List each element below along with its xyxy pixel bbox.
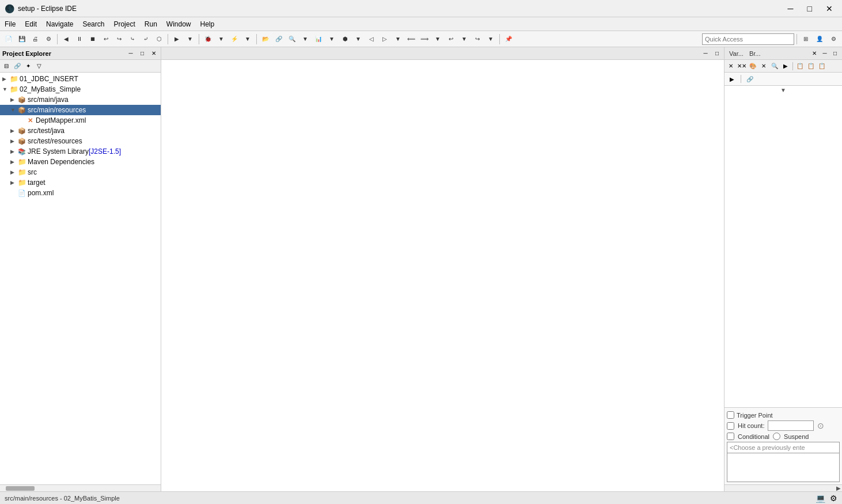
toolbar-btn-26[interactable]: ⟸: [405, 33, 418, 46]
tree-item-jre[interactable]: ▶ 📚 JRE System Library [J2SE-1.5]: [0, 146, 161, 157]
rp-expand-btn[interactable]: ▶: [727, 74, 737, 84]
rp-remove-all-btn[interactable]: ✕✕: [737, 61, 747, 71]
tree-label-src: src: [28, 168, 37, 176]
pe-maximize-btn[interactable]: □: [138, 49, 147, 58]
rp-run-btn[interactable]: ▶: [780, 61, 791, 71]
toolbar-btn-10[interactable]: ⤶: [139, 33, 152, 46]
hit-count-checkbox[interactable]: [727, 422, 734, 430]
tree-item-01-jdbc[interactable]: ▶ 📁 01_JDBC_INSERT: [0, 74, 161, 84]
toolbar-btn-13[interactable]: ▼: [215, 33, 227, 46]
toolbar-btn-3[interactable]: ⚙: [42, 33, 55, 46]
hit-count-input[interactable]: [768, 420, 814, 431]
maximize-button[interactable]: □: [803, 3, 817, 14]
rp-maximize-btn[interactable]: □: [830, 49, 840, 58]
toolbar-btn-14[interactable]: ⚡: [228, 33, 241, 46]
toolbar-new-btn[interactable]: 📄: [2, 33, 15, 46]
conditional-label: Conditional: [738, 433, 769, 440]
menu-run[interactable]: Run: [140, 17, 162, 31]
toolbar-pin-btn[interactable]: 📌: [502, 33, 515, 46]
toolbar-btn-24[interactable]: ▷: [378, 33, 391, 46]
toolbar-btn-28[interactable]: ▼: [431, 33, 444, 46]
editor-maximize-btn[interactable]: □: [712, 49, 722, 58]
toolbar-back-btn[interactable]: ↩: [445, 33, 457, 46]
close-button[interactable]: ✕: [821, 3, 837, 14]
tree-item-src-main-resources[interactable]: ▼ 📦 src/main/resources: [0, 105, 161, 115]
tree-item-deptmapper[interactable]: ✕ DeptMapper.xml: [0, 115, 161, 126]
tree-item-02-mybatis[interactable]: ▼ 📁 02_MyBatis_Simple: [0, 84, 161, 94]
toolbar-btn-22[interactable]: ▼: [352, 33, 365, 46]
rp-remove-btn[interactable]: ✕: [726, 61, 736, 71]
pe-collapse-btn[interactable]: ⊟: [1, 61, 12, 71]
rp-search-btn[interactable]: 🔍: [769, 61, 780, 71]
toolbar-person-btn[interactable]: 👤: [813, 33, 826, 46]
rp-paste-btn[interactable]: 📋: [806, 61, 816, 71]
pe-minimize-btn[interactable]: ─: [126, 49, 135, 58]
toolbar-btn-1[interactable]: 💾: [16, 33, 28, 46]
toolbar-btn-19[interactable]: 📊: [312, 33, 325, 46]
toolbar-btn-20[interactable]: ▼: [325, 33, 338, 46]
menu-window[interactable]: Window: [162, 17, 196, 31]
toolbar-btn-7[interactable]: ↩: [100, 33, 112, 46]
toolbar-btn-6[interactable]: ⏹: [86, 33, 99, 46]
toolbar-open-btn[interactable]: 📂: [259, 33, 272, 46]
tab-breakpoints[interactable]: Br...: [747, 50, 763, 57]
tree-item-maven-deps[interactable]: ▶ 📁 Maven Dependencies: [0, 157, 161, 167]
rp-minimize-btn[interactable]: ─: [820, 49, 829, 58]
tree-item-src-test-java[interactable]: ▶ 📦 src/test/java: [0, 126, 161, 136]
toolbar-btn-27[interactable]: ⟹: [418, 33, 431, 46]
toolbar-settings-btn[interactable]: ⚙: [827, 33, 840, 46]
toolbar-btn-29[interactable]: ▼: [458, 33, 471, 46]
toolbar-btn-16[interactable]: 🔗: [272, 33, 285, 46]
tree-item-target[interactable]: ▶ 📁 target: [0, 177, 161, 188]
menu-navigate[interactable]: Navigate: [41, 17, 78, 31]
minimize-button[interactable]: ─: [783, 3, 798, 14]
toolbar-perspective-btn[interactable]: ⊞: [799, 33, 812, 46]
rp-goto-btn[interactable]: ✕: [758, 61, 769, 71]
rp-import-btn[interactable]: 📋: [817, 61, 827, 71]
rp-scroll-right[interactable]: ▶: [725, 484, 842, 491]
previously-entered-dropdown[interactable]: <Choose a previously ente: [727, 442, 840, 453]
toolbar-run-arrow[interactable]: ▼: [184, 33, 196, 46]
toolbar-btn-17[interactable]: 🔍: [286, 33, 298, 46]
rp-attach-btn[interactable]: 🔗: [745, 74, 755, 84]
toolbar-btn-8[interactable]: ↪: [113, 33, 126, 46]
tree-item-src-main-java[interactable]: ▶ 📦 src/main/java: [0, 94, 161, 105]
rp-close-tab-btn[interactable]: ✕: [810, 49, 819, 58]
tree-item-pom[interactable]: 📄 pom.xml: [0, 188, 161, 198]
toolbar-fwd-btn[interactable]: ↪: [471, 33, 484, 46]
toolbar-btn-15[interactable]: ▼: [241, 33, 254, 46]
toolbar-btn-5[interactable]: ⏸: [73, 33, 86, 46]
tree-item-src[interactable]: ▶ 📁 src: [0, 167, 161, 177]
menu-edit[interactable]: Edit: [20, 17, 41, 31]
toolbar-btn-23[interactable]: ◁: [365, 33, 378, 46]
menu-file[interactable]: File: [0, 17, 20, 31]
pe-close-btn[interactable]: ✕: [149, 49, 158, 58]
suspend-radio[interactable]: [773, 433, 780, 440]
pe-link-btn[interactable]: 🔗: [12, 61, 22, 71]
rp-show-btn[interactable]: 🎨: [748, 61, 758, 71]
tree-item-src-test-resources[interactable]: ▶ 📦 src/test/resources: [0, 136, 161, 146]
tab-variables[interactable]: Var...: [727, 50, 746, 57]
conditional-checkbox[interactable]: [727, 433, 734, 440]
pe-scroll-thumb[interactable]: [6, 486, 35, 491]
toolbar-btn-12[interactable]: 🐞: [202, 33, 214, 46]
toolbar-btn-11[interactable]: ⬡: [153, 33, 165, 46]
menu-help[interactable]: Help: [196, 17, 219, 31]
toolbar-btn-4[interactable]: ◀: [60, 33, 73, 46]
rp-copy-btn[interactable]: 📋: [795, 61, 805, 71]
toolbar-btn-30[interactable]: ▼: [484, 33, 497, 46]
toolbar-btn-25[interactable]: ▼: [392, 33, 404, 46]
pe-menu-btn[interactable]: ▽: [34, 61, 44, 71]
editor-minimize-btn[interactable]: ─: [701, 49, 710, 58]
toolbar-btn-21[interactable]: ⬢: [339, 33, 351, 46]
trigger-point-checkbox[interactable]: [727, 411, 734, 419]
menu-project[interactable]: Project: [109, 17, 139, 31]
toolbar-run-btn[interactable]: ▶: [170, 33, 183, 46]
quick-access-input[interactable]: [702, 33, 794, 45]
toolbar-btn-18[interactable]: ▼: [299, 33, 312, 46]
menu-search[interactable]: Search: [78, 17, 109, 31]
toolbar-btn-9[interactable]: ⤷: [126, 33, 139, 46]
pe-horizontal-scrollbar[interactable]: [0, 484, 161, 491]
pe-new-btn[interactable]: ✦: [23, 61, 33, 71]
toolbar-btn-2[interactable]: 🖨: [29, 33, 41, 46]
